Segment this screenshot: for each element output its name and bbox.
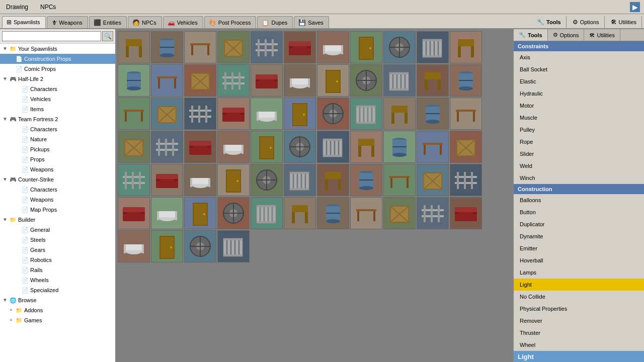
- tab-vehicles[interactable]: 🚗Vehicles: [163, 16, 203, 28]
- tree-node-builder-robotics[interactable]: 📄 Robotics: [0, 255, 115, 265]
- grid-item[interactable]: [450, 197, 482, 229]
- tree-node-team-fortress-2[interactable]: ▼ 🎮 Team Fortress 2: [0, 114, 115, 124]
- grid-item[interactable]: [350, 131, 382, 163]
- tree-node-browse[interactable]: ▼ 🌐 Browse: [0, 295, 115, 305]
- expand-button[interactable]: ▶: [630, 2, 640, 12]
- tree-node-builder[interactable]: ▼ 📁 Builder: [0, 215, 115, 225]
- grid-item[interactable]: [217, 230, 250, 262]
- grid-item[interactable]: [151, 31, 183, 63]
- tree-node-cs-map-props[interactable]: 📄 Map Props: [0, 205, 115, 215]
- right-tab-tools[interactable]: 🔧Tools: [532, 16, 567, 28]
- tab-spawnlists[interactable]: ⊞Spawnlists: [2, 16, 46, 28]
- tool-item-balloons[interactable]: Balloons: [514, 194, 644, 206]
- tool-item-axis[interactable]: Axis: [514, 51, 644, 63]
- grid-item[interactable]: [284, 131, 316, 163]
- grid-item[interactable]: [251, 31, 283, 63]
- grid-item[interactable]: [350, 164, 382, 196]
- grid-item[interactable]: [151, 197, 183, 229]
- grid-item[interactable]: [417, 131, 449, 163]
- tree-node-builder-rails[interactable]: 📄 Rails: [0, 265, 115, 275]
- grid-item[interactable]: [317, 64, 349, 97]
- grid-item[interactable]: [251, 64, 283, 97]
- grid-item[interactable]: [151, 230, 183, 262]
- tree-node-tf2-characters[interactable]: 📄 Characters: [0, 124, 115, 134]
- tree-node-tf2-nature[interactable]: 📄 Nature: [0, 134, 115, 144]
- grid-item[interactable]: [450, 164, 482, 196]
- grid-item[interactable]: [118, 98, 150, 130]
- section-header-construction[interactable]: Construction: [514, 184, 644, 194]
- tool-item-emitter[interactable]: Emitter: [514, 242, 644, 254]
- tab-saves[interactable]: 💾Saves: [294, 16, 329, 28]
- grid-item[interactable]: [417, 98, 449, 130]
- tool-item-dynamite[interactable]: Dynamite: [514, 230, 644, 242]
- tab-weapons[interactable]: 🗡Weapons: [47, 16, 88, 28]
- grid-item[interactable]: [118, 230, 150, 262]
- tool-item-winch[interactable]: Winch: [514, 172, 644, 184]
- tree-node-tf2-props[interactable]: 📄 Props: [0, 154, 115, 164]
- tool-item-wheel[interactable]: Wheel: [514, 339, 644, 351]
- grid-item[interactable]: [317, 197, 349, 229]
- tool-item-weld[interactable]: Weld: [514, 160, 644, 172]
- grid-item[interactable]: [383, 64, 416, 97]
- tree-node-cs-weapons[interactable]: 📄 Weapons: [0, 195, 115, 205]
- grid-item[interactable]: [284, 31, 316, 63]
- grid-item[interactable]: [350, 98, 382, 130]
- right-tab-options[interactable]: ⚙Options: [568, 16, 605, 28]
- tool-item-light[interactable]: Light: [514, 279, 644, 291]
- tree-node-builder-general[interactable]: 📄 General: [0, 225, 115, 235]
- grid-item[interactable]: [284, 98, 316, 130]
- grid-item[interactable]: [151, 164, 183, 196]
- grid-item[interactable]: [217, 131, 250, 163]
- grid-item[interactable]: [151, 131, 183, 163]
- grid-item[interactable]: [383, 131, 416, 163]
- tool-item-thruster[interactable]: Thruster: [514, 327, 644, 339]
- grid-item[interactable]: [284, 164, 316, 196]
- tool-item-slider[interactable]: Slider: [514, 148, 644, 160]
- grid-item[interactable]: [417, 64, 449, 97]
- grid-item[interactable]: [350, 31, 382, 63]
- grid-item[interactable]: [118, 164, 150, 196]
- tab-entities[interactable]: ⬛Entities: [89, 16, 127, 28]
- tree-node-hl2-characters[interactable]: 📄 Characters: [0, 84, 115, 94]
- grid-item[interactable]: [450, 131, 482, 163]
- search-input[interactable]: [2, 31, 101, 41]
- tree-node-half-life-2[interactable]: ▼ 🎮 Half-Life 2: [0, 74, 115, 84]
- grid-item[interactable]: [251, 197, 283, 229]
- grid-item[interactable]: [184, 131, 216, 163]
- grid-item[interactable]: [118, 131, 150, 163]
- tree-node-construction-props[interactable]: 📄 Construction Props: [0, 54, 115, 64]
- grid-item[interactable]: [350, 64, 382, 97]
- grid-item[interactable]: [450, 31, 482, 63]
- grid-item[interactable]: [383, 31, 416, 63]
- grid-item[interactable]: [383, 98, 416, 130]
- tool-item-elastic[interactable]: Elastic: [514, 75, 644, 87]
- tree-node-tf2-weapons[interactable]: 📄 Weapons: [0, 164, 115, 174]
- menu-drawing[interactable]: Drawing: [4, 3, 30, 12]
- grid-item[interactable]: [151, 64, 183, 97]
- tool-item-ball-socket[interactable]: Ball Socket: [514, 63, 644, 75]
- grid-item[interactable]: [217, 197, 250, 229]
- grid-item[interactable]: [151, 98, 183, 130]
- tree-node-games[interactable]: + 📁 Games: [0, 315, 115, 325]
- grid-item[interactable]: [251, 164, 283, 196]
- menu-npcs[interactable]: NPCs: [38, 3, 58, 12]
- grid-item[interactable]: [350, 197, 382, 229]
- grid-item[interactable]: [184, 64, 216, 97]
- grid-item[interactable]: [251, 131, 283, 163]
- tool-item-remover[interactable]: Remover: [514, 315, 644, 327]
- grid-item[interactable]: [317, 131, 349, 163]
- grid-item[interactable]: [217, 98, 250, 130]
- tree-node-tf2-pickups[interactable]: 📄 Pickups: [0, 144, 115, 154]
- grid-item[interactable]: [450, 98, 482, 130]
- tab-npcs[interactable]: 🧑NPCs: [128, 16, 162, 28]
- section-header-constraints[interactable]: Constraints: [514, 41, 644, 51]
- right-tab-bar-options[interactable]: ⚙Options: [548, 29, 585, 41]
- tab-postprocess[interactable]: 🎨Post Process: [204, 16, 257, 28]
- tree-node-hl2-vehicles[interactable]: 📄 Vehicles: [0, 94, 115, 104]
- grid-item[interactable]: [317, 31, 349, 63]
- tree-node-hl2-items[interactable]: 📄 Items: [0, 104, 115, 114]
- grid-item[interactable]: [184, 197, 216, 229]
- grid-item[interactable]: [217, 31, 250, 63]
- grid-item[interactable]: [118, 31, 150, 63]
- tree-node-builder-specialized[interactable]: 📄 Specialized: [0, 285, 115, 295]
